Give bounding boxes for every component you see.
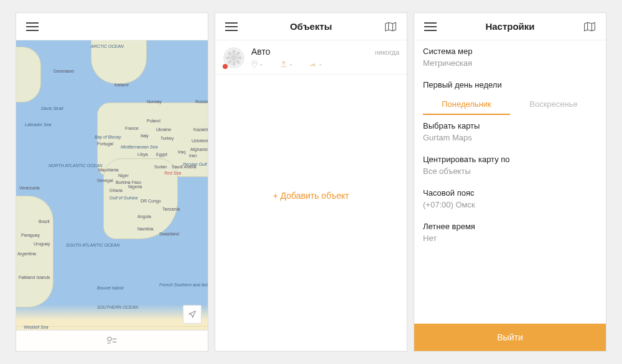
map-label: Bouvet Island — [97, 286, 123, 290]
speedometer-icon — [309, 60, 317, 68]
setting-value: (+07:00) Омск — [423, 200, 597, 209]
map-label: Afghanistan — [190, 147, 208, 152]
map-label: Falkland Islands — [19, 275, 50, 280]
map-label: Paraguay — [21, 233, 40, 237]
menu-button[interactable] — [422, 22, 439, 31]
map-label: Russia — [195, 99, 208, 104]
setting-label: Летнее время — [423, 222, 597, 231]
page-title: Объекты — [240, 21, 382, 32]
map-label: Iran — [189, 153, 197, 158]
svg-point-18 — [254, 62, 256, 64]
object-name: Авто — [251, 47, 271, 57]
map-label: Davis Strait — [41, 106, 63, 111]
header: Настройки — [414, 13, 606, 40]
map-label: Iraq — [178, 150, 185, 154]
map-label: Mauritania — [98, 168, 119, 172]
map-footer — [16, 330, 208, 351]
map-label: NORTH ATLANTIC OCEAN — [49, 163, 103, 168]
map-label: Portugal — [97, 142, 113, 146]
setting-first-day: Первый день недели Понедельник Воскресен… — [414, 74, 606, 115]
setting-timezone[interactable]: Часовой пояс (+07:00) Омск — [414, 182, 606, 216]
map-label: Nigeria — [128, 184, 142, 189]
map-label: French Southern and Antarctic — [159, 283, 208, 287]
setting-maps[interactable]: Выбрать карты Gurtam Maps — [414, 115, 606, 148]
exit-button[interactable]: Выйти — [414, 324, 606, 351]
map-toggle-button[interactable] — [382, 21, 399, 32]
map-label: SOUTH ATLANTIC OCEAN — [66, 243, 119, 247]
altitude-stat: - — [280, 60, 292, 68]
map-label: Mediterranean Sea — [121, 145, 158, 149]
screen-objects: Объекты Авто никогда — [215, 12, 407, 352]
setting-label: Центрировать карту по — [423, 155, 597, 164]
setting-measurement[interactable]: Система мер Метрическая — [414, 40, 606, 74]
object-list-item[interactable]: Авто никогда - - - — [215, 40, 407, 75]
map-label: Argentina — [17, 252, 36, 256]
svg-point-3 — [108, 337, 111, 340]
map-label: Venezuela — [19, 186, 40, 190]
map-label: Uzbekistan — [192, 139, 208, 143]
setting-dst[interactable]: Летнее время Нет — [414, 216, 606, 249]
menu-button[interactable] — [24, 22, 41, 31]
map-label: Tanzania — [162, 207, 180, 211]
speed-stat: - — [309, 60, 322, 68]
map-label: Senegal — [97, 178, 113, 183]
locate-button[interactable] — [183, 305, 202, 324]
map-label: Namibia — [137, 227, 154, 231]
map-label: Egypt — [156, 152, 167, 157]
map-icon — [583, 21, 596, 32]
map-icon — [384, 21, 397, 32]
svg-point-9 — [231, 55, 237, 61]
hamburger-icon — [225, 22, 238, 31]
map-label: Ghana — [109, 188, 123, 193]
map-label: Ukraine — [156, 127, 171, 132]
setting-value: Все объекты — [423, 166, 597, 176]
menu-button[interactable] — [223, 22, 240, 31]
setting-label: Часовой пояс — [423, 188, 597, 198]
map-label: Libya — [137, 152, 148, 157]
setting-value: Gurtam Maps — [423, 133, 597, 142]
map-label: Iceland — [114, 83, 129, 87]
setting-label: Выбрать карты — [423, 121, 597, 130]
map-label: Burkina Faso — [116, 180, 141, 184]
setting-value: Метрическая — [423, 58, 597, 68]
map-label: DR Congo — [141, 199, 161, 203]
setting-label: Система мер — [423, 47, 597, 56]
add-object-button[interactable]: + Добавить объект — [215, 191, 407, 201]
header: Объекты — [215, 13, 407, 40]
units-icon[interactable] — [106, 336, 118, 346]
screen-map: ARCTIC OCEAN Greenland Iceland Davis Str… — [16, 12, 208, 352]
map-label: Kazakhstan — [193, 127, 208, 132]
altitude-icon — [280, 60, 287, 68]
map-label: Uruguay — [34, 242, 50, 246]
map-label: Weddell Sea — [24, 325, 49, 329]
location-arrow-icon — [188, 310, 197, 319]
map-label: ARCTIC OCEAN — [91, 44, 124, 48]
map-label: Italy — [141, 134, 149, 138]
map-label: Sudan — [154, 165, 167, 169]
pin-icon — [251, 60, 258, 68]
map-label: Red Sea — [164, 171, 181, 175]
world-map[interactable]: ARCTIC OCEAN Greenland Iceland Davis Str… — [16, 40, 208, 351]
unit-avatar — [223, 47, 245, 69]
header — [16, 13, 208, 40]
map-label: Saudi Arabia — [172, 165, 197, 169]
hamburger-icon — [26, 22, 39, 31]
segment-monday[interactable]: Понедельник — [423, 94, 510, 115]
setting-center[interactable]: Центрировать карту по Все объекты — [414, 148, 606, 182]
object-last-update: никогда — [375, 48, 399, 56]
screen-settings: Настройки Система мер Метрическая Первый… — [414, 12, 606, 352]
map-label: Poland — [147, 119, 160, 123]
status-dot-offline — [223, 64, 228, 69]
day-segmented-control: Понедельник Воскресенье — [423, 94, 597, 115]
map-label: Swaziland — [159, 232, 179, 236]
map-toggle-button[interactable] — [581, 21, 598, 32]
map-label: SOUTHERN OCEAN — [97, 305, 138, 309]
map-label: Greenland — [53, 69, 74, 73]
setting-value: Нет — [423, 234, 597, 243]
map-label: Gulf of Guinea — [109, 196, 137, 200]
map-label: Niger — [118, 173, 129, 178]
segment-sunday[interactable]: Воскресенье — [510, 94, 597, 115]
setting-label: Первый день недели — [423, 80, 597, 89]
map-label: Bay of Biscay — [95, 135, 121, 139]
map-label: Brazil — [39, 219, 50, 224]
